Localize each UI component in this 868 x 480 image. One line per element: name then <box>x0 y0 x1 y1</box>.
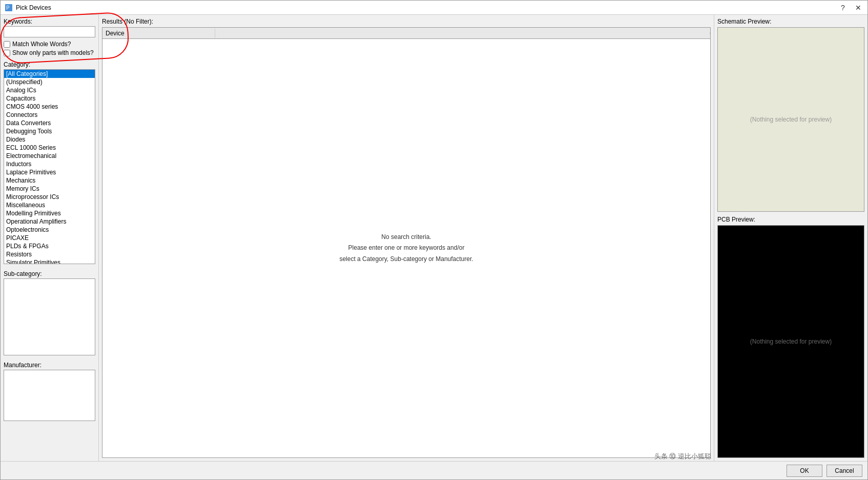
category-item[interactable]: (Unspecified) <box>4 78 95 86</box>
help-button[interactable]: ? <box>838 3 848 13</box>
schematic-preview-label: Schematic Preview: <box>717 18 864 25</box>
category-item[interactable]: Resistors <box>4 250 95 258</box>
results-label: Results (No Filter): <box>102 18 711 25</box>
no-search-line2: Please enter one or more keywords and/or <box>339 243 473 254</box>
match-whole-words-row: Match Whole Words? <box>4 41 95 48</box>
category-item[interactable]: [All Categories] <box>4 70 95 78</box>
category-item[interactable]: ECL 10000 Series <box>4 144 95 152</box>
title-bar: P Pick Devices ? ✕ <box>1 1 867 15</box>
category-label: Category: <box>4 61 95 68</box>
bottom-bar: OK Cancel <box>1 461 867 479</box>
pcb-empty-text: (Nothing selected for preview) <box>750 338 832 345</box>
subcategory-section: Sub-category: <box>4 267 95 355</box>
match-whole-words-checkbox[interactable] <box>4 41 10 48</box>
category-item[interactable]: Connectors <box>4 111 95 119</box>
category-item[interactable]: Debugging Tools <box>4 127 95 135</box>
no-search-line3: select a Category, Sub-category or Manuf… <box>339 254 473 265</box>
category-item[interactable]: Inductors <box>4 160 95 168</box>
svg-text:P: P <box>6 5 10 11</box>
keywords-label: Keywords: <box>4 18 95 25</box>
category-item[interactable]: Simulator Primitives <box>4 258 95 264</box>
category-item[interactable]: PICAXE <box>4 234 95 242</box>
show-only-models-checkbox[interactable] <box>4 50 10 56</box>
schematic-preview: (Nothing selected for preview) <box>717 27 864 212</box>
subcategory-label: Sub-category: <box>4 270 95 277</box>
category-item[interactable]: Laplace Primitives <box>4 168 95 176</box>
category-item[interactable]: CMOS 4000 series <box>4 103 95 111</box>
category-item[interactable]: Memory ICs <box>4 185 95 193</box>
close-button[interactable]: ✕ <box>853 3 863 13</box>
match-whole-words-label: Match Whole Words? <box>12 41 71 48</box>
category-list[interactable]: [All Categories](Unspecified)Analog ICsC… <box>4 69 95 264</box>
title-bar-buttons: ? ✕ <box>838 3 863 13</box>
manufacturer-label: Manufacturer: <box>4 362 95 369</box>
category-item[interactable]: Optoelectronics <box>4 226 95 234</box>
keywords-input[interactable] <box>4 26 95 37</box>
extra-column-header <box>215 32 710 34</box>
category-item[interactable]: Data Converters <box>4 119 95 127</box>
pcb-preview-section: PCB Preview: (Nothing selected for previ… <box>717 216 864 458</box>
category-item[interactable]: Diodes <box>4 135 95 144</box>
device-column-header: Device <box>102 29 215 38</box>
schematic-empty-text: (Nothing selected for preview) <box>750 116 832 123</box>
results-header: Device <box>102 28 710 39</box>
category-item[interactable]: Electromechanical <box>4 152 95 160</box>
category-item[interactable]: Modelling Primitives <box>4 209 95 217</box>
no-search-message: No search criteria. Please enter one or … <box>102 39 710 457</box>
show-only-models-label: Show only parts with models? <box>12 49 94 56</box>
category-item[interactable]: PLDs & FPGAs <box>4 242 95 250</box>
right-panel: Schematic Preview: (Nothing selected for… <box>714 15 867 461</box>
no-search-line1: No search criteria. <box>339 232 473 243</box>
cancel-button[interactable]: Cancel <box>826 465 862 477</box>
results-table[interactable]: Device No search criteria. Please enter … <box>102 27 711 458</box>
subcategory-list[interactable] <box>4 278 95 355</box>
middle-panel: Results (No Filter): Device No search cr… <box>99 15 714 461</box>
category-item[interactable]: Capacitors <box>4 94 95 103</box>
manufacturer-list[interactable] <box>4 370 95 421</box>
window-title: Pick Devices <box>16 4 51 11</box>
category-item[interactable]: Miscellaneous <box>4 201 95 209</box>
left-panel: Keywords: Match Whole Words? Show only p… <box>1 15 99 461</box>
pcb-preview-label: PCB Preview: <box>717 216 864 223</box>
manufacturer-section: Manufacturer: <box>4 358 95 421</box>
category-item[interactable]: Analog ICs <box>4 86 95 94</box>
window-icon: P <box>5 4 13 12</box>
pcb-preview: (Nothing selected for preview) <box>717 225 864 458</box>
category-item[interactable]: Mechanics <box>4 176 95 185</box>
category-item[interactable]: Microprocessor ICs <box>4 193 95 201</box>
category-item[interactable]: Operational Amplifiers <box>4 217 95 226</box>
show-only-models-row: Show only parts with models? <box>4 49 95 56</box>
ok-button[interactable]: OK <box>787 465 822 477</box>
